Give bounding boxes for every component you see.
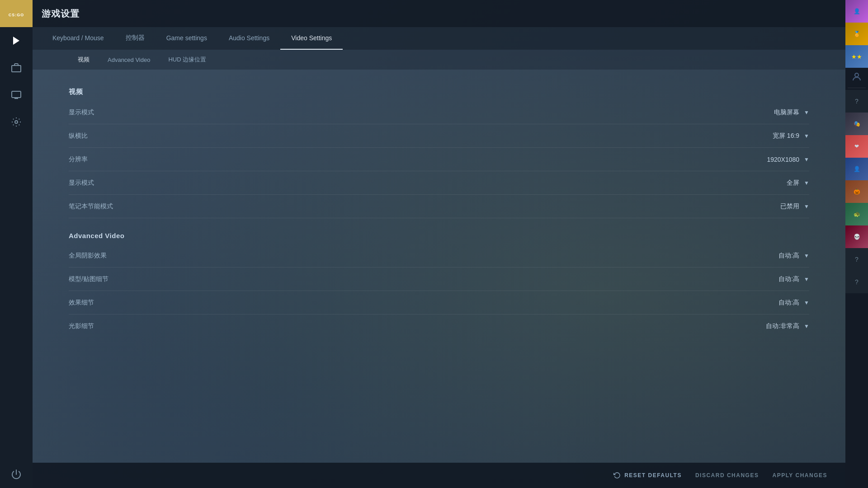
avatar-1[interactable]: 👤 (845, 0, 868, 23)
tab-video-settings[interactable]: Video Settings (280, 27, 343, 50)
setting-value-global-shadow[interactable]: 自动:高 ▼ (755, 252, 809, 260)
avatar-8[interactable]: 🎃 (845, 180, 868, 203)
svg-point-6 (15, 121, 18, 123)
setting-row-global-shadow: 全局阴影效果 自动:高 ▼ (69, 244, 809, 267)
setting-label-global-shadow: 全局阴影效果 (69, 252, 107, 260)
setting-row-display-mode2: 显示模式 全屏 ▼ (69, 171, 809, 195)
avatar-stars[interactable]: ★★ (845, 45, 868, 68)
avatar-5[interactable]: 🎭 (845, 113, 868, 135)
subtab-advanced-video[interactable]: Advanced Video (99, 50, 159, 70)
svg-text:CS:GO: CS:GO (9, 13, 24, 17)
section-title-video: 视频 (69, 88, 809, 96)
chevron-down-icon: ▼ (804, 133, 809, 139)
setting-label-laptop-power: 笔记本节能模式 (69, 202, 113, 211)
setting-label-display-mode: 显示模式 (69, 108, 94, 117)
chevron-down-icon: ▼ (804, 109, 809, 116)
bottom-bar: RESET DEFAULTS DISCARD CHANGES APPLY CHA… (33, 463, 845, 488)
main-content: 游戏设置 Keyboard / Mouse 控制器 Game settings … (33, 0, 845, 488)
settings-sidebar-icon[interactable] (0, 108, 33, 136)
setting-row-laptop-power: 笔记本节能模式 已禁用 ▼ (69, 195, 809, 218)
svg-marker-2 (13, 37, 19, 45)
setting-row-resolution: 分辨率 1920X1080 ▼ (69, 148, 809, 171)
setting-value-model-texture[interactable]: 自动:高 ▼ (755, 275, 809, 283)
chevron-down-icon: ▼ (804, 180, 809, 186)
app-logo: CS:GO (0, 0, 33, 27)
setting-value-effect-detail[interactable]: 自动:高 ▼ (755, 299, 809, 307)
setting-row-aspect-ratio: 纵横比 宽屏 16:9 ▼ (69, 124, 809, 148)
cases-sidebar-icon[interactable] (0, 54, 33, 81)
avatar-10[interactable]: 💀 (845, 225, 868, 248)
tab-audio-settings[interactable]: Audio Settings (218, 27, 280, 50)
setting-label-model-texture: 模型/贴图细节 (69, 275, 108, 283)
setting-label-shadow-detail: 光影细节 (69, 322, 94, 330)
setting-row-model-texture: 模型/贴图细节 自动:高 ▼ (69, 267, 809, 291)
nav-tabs: Keyboard / Mouse 控制器 Game settings Audio… (33, 27, 845, 50)
apply-changes-button[interactable]: APPLY CHANGES (772, 472, 827, 479)
setting-row-effect-detail: 效果细节 自动:高 ▼ (69, 291, 809, 314)
svg-rect-3 (12, 66, 21, 72)
subtab-video[interactable]: 视频 (69, 50, 99, 70)
tab-game-settings[interactable]: Game settings (156, 27, 218, 50)
discard-changes-button[interactable]: DISCARD CHANGES (695, 472, 759, 479)
chevron-down-icon: ▼ (804, 300, 809, 306)
setting-value-shadow-detail[interactable]: 自动:非常高 ▼ (755, 322, 809, 330)
setting-label-display-mode2: 显示模式 (69, 179, 94, 187)
avatar-11[interactable]: ? (845, 248, 868, 271)
sidebar-separator (848, 88, 866, 88)
page-title: 游戏设置 (42, 8, 80, 20)
avatar-12[interactable]: ? (845, 271, 868, 293)
svg-rect-4 (12, 91, 21, 98)
subtab-hud[interactable]: HUD 边缘位置 (159, 50, 215, 70)
user-icon[interactable] (845, 68, 868, 86)
sub-nav: 视频 Advanced Video HUD 边缘位置 (33, 50, 845, 70)
chevron-down-icon: ▼ (804, 203, 809, 210)
chevron-down-icon: ▼ (804, 323, 809, 329)
play-sidebar-icon[interactable] (0, 27, 33, 54)
svg-point-7 (855, 73, 859, 77)
setting-value-aspect-ratio[interactable]: 宽屏 16:9 ▼ (755, 132, 809, 140)
setting-label-effect-detail: 效果细节 (69, 299, 94, 307)
setting-label-aspect-ratio: 纵横比 (69, 132, 88, 140)
avatar-2[interactable]: 🏅 (845, 23, 868, 45)
setting-row-display-mode: 显示模式 电脑屏幕 ▼ (69, 101, 809, 124)
tv-sidebar-icon[interactable] (0, 81, 33, 108)
right-sidebar: 👤 🏅 ★★ ? 🎭 ❤ 👤 🎃 🐢 💀 ? ? (845, 0, 868, 488)
reset-defaults-button[interactable]: RESET DEFAULTS (613, 472, 682, 479)
setting-value-laptop-power[interactable]: 已禁用 ▼ (755, 202, 809, 211)
avatar-7[interactable]: 👤 (845, 158, 868, 180)
avatar-6[interactable]: ❤ (845, 135, 868, 158)
chevron-down-icon: ▼ (804, 276, 809, 282)
setting-row-shadow-detail: 光影细节 自动:非常高 ▼ (69, 314, 809, 338)
avatar-9[interactable]: 🐢 (845, 203, 868, 225)
chevron-down-icon: ▼ (804, 253, 809, 259)
avatar-4[interactable]: ? (845, 90, 868, 113)
power-sidebar-icon[interactable] (0, 461, 33, 488)
chevron-down-icon: ▼ (804, 156, 809, 163)
setting-value-display-mode2[interactable]: 全屏 ▼ (755, 179, 809, 187)
tab-controller[interactable]: 控制器 (115, 27, 156, 50)
section-title-advanced-video: Advanced Video (69, 232, 809, 239)
settings-content: 视频 显示模式 电脑屏幕 ▼ 纵横比 宽屏 16:9 ▼ 分辨率 1920X10… (33, 70, 845, 463)
tab-keyboard-mouse[interactable]: Keyboard / Mouse (42, 27, 115, 50)
setting-value-resolution[interactable]: 1920X1080 ▼ (755, 156, 809, 163)
left-sidebar: CS:GO (0, 0, 33, 488)
setting-value-display-mode[interactable]: 电脑屏幕 ▼ (755, 108, 809, 117)
setting-label-resolution: 分辨率 (69, 155, 88, 164)
topbar: 游戏设置 (33, 0, 845, 27)
